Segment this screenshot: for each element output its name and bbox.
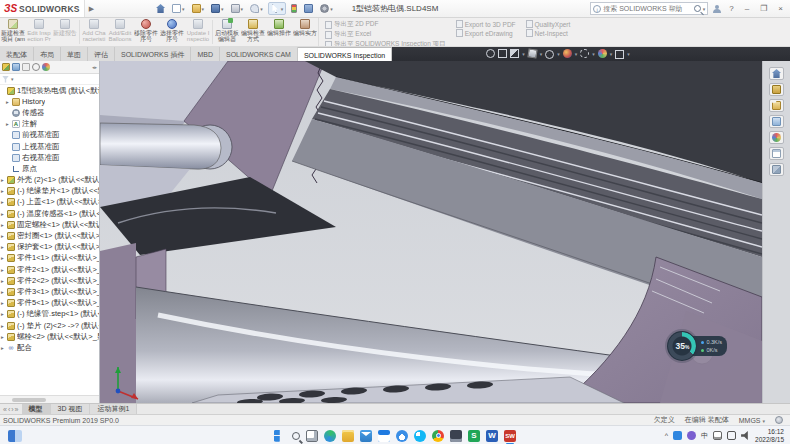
tab-solidworks-cam[interactable]: SOLIDWORKS CAM [220, 47, 298, 61]
dropdown-caret[interactable]: ▾ [592, 51, 595, 57]
task-view-icon[interactable] [306, 430, 318, 442]
device-app-icon[interactable] [450, 430, 462, 442]
edit-customers-button[interactable]: 编辑实方 [293, 18, 318, 46]
tab-layout[interactable]: 布局 [34, 47, 61, 61]
solidworks-resources-tab[interactable] [769, 67, 784, 80]
minimize-button[interactable]: – [742, 4, 752, 13]
select-balloons-button[interactable]: 选择零件序号 [160, 18, 185, 46]
tree-item-front-plane[interactable]: 前视基准面 [0, 130, 99, 141]
undo-button[interactable]: ▾ [248, 3, 265, 14]
tree-item-top-cover[interactable]: ▸(-) 上盖<1> (默认<<默认>_显示状 [0, 197, 99, 208]
tree-item-part2-2[interactable]: ▸零件2<2> (默认<<默认>_显示状态 [0, 275, 99, 286]
home-button[interactable] [154, 3, 167, 14]
ime-indicator[interactable]: 中 [701, 431, 708, 441]
zoom-area-icon[interactable] [498, 49, 507, 58]
hidden-icons-caret[interactable]: ^ [665, 432, 668, 439]
search-dropdown-caret[interactable]: ▾ [703, 6, 706, 12]
wps-spreadsheet-icon[interactable]: S [468, 430, 480, 442]
tree-item-bolt[interactable]: ▸螺栓<2> (默认<<默认>_显示状态 [0, 331, 99, 342]
tree-item-protective-sleeve[interactable]: ▸保护套<1> (默认<<默认>_显示状 [0, 242, 99, 253]
export-inspection-project[interactable]: 导出至 SOLIDWORKS Inspection 项目 [325, 40, 446, 47]
close-button[interactable]: × [775, 4, 786, 13]
login-icon[interactable] [713, 5, 721, 13]
tree-item-insulating-gasket[interactable]: ▸(-) 绝缘垫片<1> (默认<<默认>_显 [0, 186, 99, 197]
tree-item-right-plane[interactable]: 右视基准面 [0, 152, 99, 163]
display-manager-icon[interactable] [42, 63, 50, 71]
taskbar-clock[interactable]: 16:12 2022/8/15 [755, 428, 784, 443]
tag-icon[interactable] [775, 416, 783, 424]
appearances-scenes-tab[interactable] [769, 131, 784, 144]
forum-tab[interactable] [769, 163, 784, 176]
tree-item-part3[interactable]: ▸零件3<1> (默认<<默认>_显示状态 [0, 286, 99, 297]
tab-evaluate[interactable]: 评估 [88, 47, 115, 61]
solidworks-running-app-icon[interactable]: SW [504, 430, 516, 442]
print-button[interactable]: ▾ [229, 3, 246, 14]
tab-mbd[interactable]: MBD [191, 47, 220, 61]
tree-filter-row[interactable]: ▾ [0, 74, 99, 85]
dropdown-caret[interactable]: ▾ [575, 51, 578, 57]
volume-tray-icon[interactable] [741, 431, 750, 440]
options-button[interactable]: ▾ [318, 3, 335, 14]
tab-3d-views[interactable]: 3D 视图 [51, 404, 91, 414]
export-excel[interactable]: 导出至 Excel [325, 30, 446, 39]
onedrive-tray-icon[interactable] [673, 431, 682, 440]
tab-scroll-buttons[interactable]: « ‹ › » [0, 404, 22, 414]
view-palette-tab[interactable] [769, 115, 784, 128]
word-app-icon[interactable]: W [486, 430, 498, 442]
search-icon[interactable] [694, 5, 701, 12]
property-manager-icon[interactable] [12, 63, 20, 71]
dropdown-caret[interactable]: ▾ [540, 51, 543, 57]
edit-inspection-methods-button[interactable]: 编辑检查方式 [241, 18, 266, 46]
remove-balloons-button[interactable]: 移除零件序号 [134, 18, 159, 46]
scrollbar-thumb[interactable] [12, 398, 46, 402]
tab-assembly[interactable]: 装配体 [0, 47, 34, 61]
custom-properties-tab[interactable] [769, 147, 784, 160]
export-edrawing[interactable]: Export eDrawing [456, 29, 516, 37]
tree-root-assembly[interactable]: 1型铠装热电偶 (默认<默认_显示状态-1 [0, 85, 99, 96]
tree-item-mates[interactable]: ▸∞配合 [0, 342, 99, 353]
dropdown-caret[interactable]: ▾ [557, 51, 560, 57]
configuration-manager-icon[interactable] [22, 63, 30, 71]
zoom-fit-icon[interactable] [486, 49, 495, 58]
display-style-icon[interactable] [545, 50, 554, 59]
microsoft-store-icon[interactable] [378, 430, 390, 442]
tree-item-seal-ring[interactable]: ▸密封圈<1> (默认<<默认>_显示状 [0, 230, 99, 241]
save-button[interactable]: ▾ [209, 3, 226, 14]
taskbar-search-icon[interactable] [292, 432, 300, 440]
qualityxpert-button[interactable]: QualityXpert [526, 20, 571, 28]
solidworks-logo[interactable]: ЗS SOLIDWORKS [0, 0, 85, 17]
launch-template-editor-button[interactable]: 启动模板编辑器 [215, 18, 240, 46]
export-2d-pdf[interactable]: 导出至 2D PDF [325, 20, 446, 29]
open-button[interactable]: ▾ [190, 3, 207, 14]
cloud-app-icon[interactable] [396, 430, 408, 442]
tree-item-part2-1[interactable]: ▸零件2<1> (默认<<默认>_显示状态 [0, 264, 99, 275]
tree-item-insulating-tube[interactable]: ▸(-) 绝缘管.step<1> (默认<<默认> [0, 309, 99, 320]
help-button[interactable]: ? [726, 4, 736, 13]
file-explorer-icon[interactable] [342, 430, 354, 442]
prev-tab-button[interactable]: ‹ [8, 406, 10, 413]
tree-item-temperature-sensor[interactable]: ▸(-) 温度传感器<1> (默认<<默认>_ [0, 208, 99, 219]
tree-item-history[interactable]: ▸History [0, 96, 99, 107]
tree-item-origin[interactable]: 原点 [0, 163, 99, 174]
design-library-tab[interactable] [769, 83, 784, 96]
edit-operations-button[interactable]: 编辑操作 [267, 18, 292, 46]
tab-overflow-arrows[interactable]: ◂▸ [92, 64, 97, 70]
view-orientation-icon[interactable] [527, 48, 537, 58]
tab-solidworks-inspection[interactable]: SOLIDWORKS Inspection [298, 47, 392, 61]
search-input[interactable] [603, 5, 691, 12]
edit-appearance-icon[interactable] [580, 49, 589, 58]
add-characteristic-button[interactable]: Add Characteristic [82, 18, 107, 46]
section-view-icon[interactable] [510, 49, 519, 58]
keyboard-tray-icon[interactable] [713, 431, 722, 440]
units-selector[interactable]: MMGS ▾ [739, 417, 765, 424]
network-tray-icon[interactable] [727, 431, 736, 440]
file-explorer-tab[interactable] [769, 99, 784, 112]
tree-horizontal-scrollbar[interactable] [0, 395, 99, 403]
add-edit-balloons-button[interactable]: Add/Edit Balloons [108, 18, 133, 46]
new-report-button[interactable]: 新建报告 [53, 18, 78, 46]
update-inspection-project-button[interactable]: Update Inspection Project [186, 18, 211, 46]
tree-item-fixing-bolt[interactable]: ▸固定螺栓<1> (默认<<默认>_显示 [0, 219, 99, 230]
dropdown-caret[interactable]: ▾ [610, 51, 613, 57]
widgets-icon[interactable] [8, 430, 22, 442]
rebuild-button[interactable] [289, 3, 299, 14]
